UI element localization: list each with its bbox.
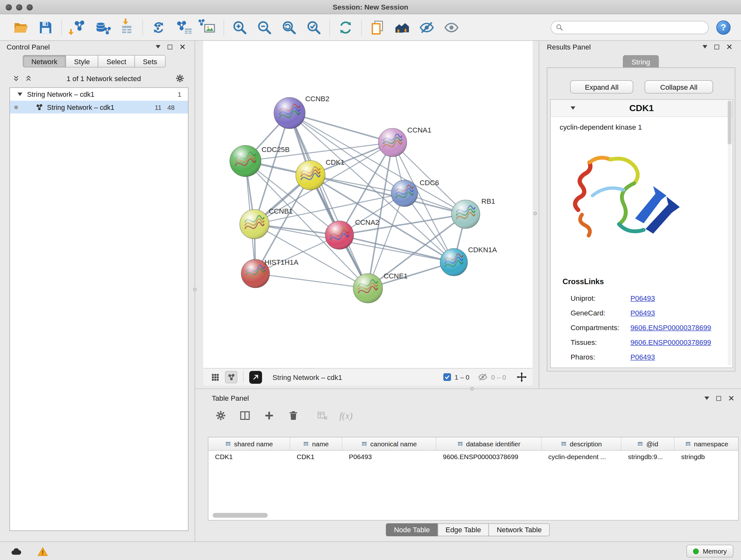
pan-crosshair-icon[interactable]: [516, 372, 527, 382]
import-network-database-button[interactable]: [90, 16, 114, 38]
network-table-button[interactable]: [171, 16, 196, 38]
results-panel-close-button[interactable]: [726, 44, 732, 50]
table-cell[interactable]: 9606.ENSP00000378699: [436, 451, 542, 463]
zoom-out-button[interactable]: [252, 16, 277, 38]
table-options-gear-icon[interactable]: [213, 408, 228, 423]
results-panel-maximize-button[interactable]: [715, 44, 719, 49]
cloud-icon[interactable]: [10, 545, 23, 559]
table-cell[interactable]: cyclin-dependent ...: [542, 451, 621, 463]
table-cell[interactable]: stringdb: [675, 451, 739, 463]
table-horizontal-scrollbar[interactable]: [212, 513, 268, 518]
bottom-splitter[interactable]: [195, 388, 741, 389]
tab-sets[interactable]: Sets: [134, 55, 165, 68]
hide-selected-button[interactable]: [414, 16, 439, 38]
left-splitter-handle[interactable]: [193, 288, 196, 291]
expand-all-networks-icon[interactable]: [24, 75, 32, 82]
search-box[interactable]: [551, 21, 709, 34]
network-node-CCNB1[interactable]: [240, 209, 269, 239]
minimize-window-button[interactable]: [16, 4, 22, 10]
close-window-button[interactable]: [6, 4, 12, 10]
table-cell[interactable]: CDK1: [208, 451, 290, 463]
zoom-in-button[interactable]: [227, 16, 252, 38]
network-node-RB1[interactable]: [452, 200, 480, 228]
zoom-fit-button[interactable]: [277, 16, 301, 38]
open-session-button[interactable]: [9, 16, 33, 38]
save-session-button[interactable]: [33, 16, 58, 38]
column-header-database-identifier[interactable]: database identifier: [436, 437, 542, 450]
column-header-name[interactable]: name: [290, 437, 342, 450]
results-scrollbar[interactable]: [728, 101, 731, 366]
search-input[interactable]: [566, 23, 704, 31]
tree-expander-icon[interactable]: [17, 92, 22, 96]
zoom-selected-button[interactable]: [301, 16, 326, 38]
crosslink-value-link[interactable]: 9606.ENSP00000378699: [630, 338, 711, 346]
table-panel-close-button[interactable]: [728, 395, 734, 401]
column-header-description[interactable]: description: [542, 437, 621, 450]
network-row-selected[interactable]: String Network – cdk1 11 48: [10, 101, 188, 113]
import-network-file-button[interactable]: [65, 16, 90, 38]
table-cell[interactable]: P06493: [342, 451, 436, 463]
apply-layout-button[interactable]: [333, 16, 358, 38]
network-node-CDK1[interactable]: [296, 161, 325, 190]
column-header-canonical-name[interactable]: canonical name: [342, 437, 436, 450]
collapse-all-button[interactable]: Collapse All: [645, 80, 713, 94]
tab-select[interactable]: Select: [98, 55, 135, 68]
network-node-CCNA2[interactable]: [325, 221, 354, 249]
zoom-window-button[interactable]: [26, 4, 32, 10]
network-edge-CCNA2-CDKN1A[interactable]: [340, 235, 454, 262]
detail-expander-icon[interactable]: [570, 106, 576, 110]
crosslink-value-link[interactable]: P06493: [630, 294, 655, 302]
open-in-window-button[interactable]: [249, 371, 262, 383]
network-edge-CCNB2-CCNE1[interactable]: [289, 113, 367, 288]
tab-style[interactable]: Style: [65, 55, 98, 68]
control-panel-float-button[interactable]: [156, 45, 160, 48]
expand-all-button[interactable]: Expand All: [570, 80, 633, 94]
warning-icon[interactable]: [36, 545, 50, 559]
bottom-splitter-handle[interactable]: [470, 387, 474, 390]
table-cell[interactable]: stringdb:9...: [621, 451, 675, 463]
network-image-button[interactable]: [196, 16, 220, 38]
hidden-eye-icon[interactable]: [478, 372, 488, 382]
column-header-namespace[interactable]: namespace: [675, 437, 739, 450]
network-node-CCNA1[interactable]: [379, 128, 407, 157]
column-header-@id[interactable]: @id: [621, 437, 675, 450]
table-cell[interactable]: CDK1: [290, 451, 342, 463]
grid-view-icon[interactable]: [209, 371, 221, 383]
tab-network-table[interactable]: Network Table: [488, 523, 550, 536]
network-collection-row[interactable]: String Network – cdk1 1: [10, 88, 188, 101]
network-node-CDKN1A[interactable]: [440, 248, 468, 276]
network-node-CCNB2[interactable]: [274, 98, 305, 129]
network-canvas[interactable]: CCNB2CCNA1CDC25BCDK1CDC6RB1CCNB1CCNA2CDK…: [203, 41, 533, 368]
network-options-gear-icon[interactable]: [175, 74, 185, 83]
results-panel-float-button[interactable]: [703, 45, 708, 48]
right-splitter-handle[interactable]: [534, 212, 537, 215]
collapse-all-networks-icon[interactable]: [12, 75, 20, 82]
memory-button[interactable]: Memory: [687, 545, 734, 557]
delete-column-icon[interactable]: [286, 408, 300, 423]
network-node-CDC6[interactable]: [391, 180, 418, 206]
column-header-shared-name[interactable]: shared name: [208, 437, 290, 450]
table-row[interactable]: CDK1CDK1P064939606.ENSP00000378699cyclin…: [208, 451, 738, 463]
network-edge-CDK1-RB1[interactable]: [311, 175, 466, 214]
node-detail-header[interactable]: CDK1: [551, 100, 733, 117]
tab-edge-table[interactable]: Edge Table: [437, 523, 489, 536]
right-splitter[interactable]: [539, 41, 539, 388]
network-edge-HIST1H1A-CCNE1[interactable]: [255, 273, 368, 288]
show-all-button[interactable]: [439, 16, 464, 38]
control-panel-maximize-button[interactable]: [167, 44, 172, 49]
network-graph[interactable]: CCNB2CCNA1CDC25BCDK1CDC6RB1CCNB1CCNA2CDK…: [203, 41, 533, 368]
crosslink-value-link[interactable]: P06493: [630, 353, 655, 361]
table-panel-float-button[interactable]: [704, 396, 709, 400]
tab-string[interactable]: String: [623, 55, 659, 68]
network-overview-toggle[interactable]: [225, 371, 238, 383]
title-bar[interactable]: Session: New Session: [0, 0, 741, 14]
table-panel-maximize-button[interactable]: [717, 396, 721, 401]
tab-node-table[interactable]: Node Table: [386, 523, 438, 536]
new-network-button[interactable]: [146, 16, 171, 38]
help-button[interactable]: ?: [717, 20, 731, 35]
show-columns-icon[interactable]: [238, 408, 252, 423]
create-column-icon[interactable]: [262, 408, 276, 423]
home-button[interactable]: [390, 16, 414, 38]
crosslink-value-link[interactable]: 9606.ENSP00000378699: [630, 323, 711, 331]
control-panel-close-button[interactable]: [179, 44, 185, 50]
